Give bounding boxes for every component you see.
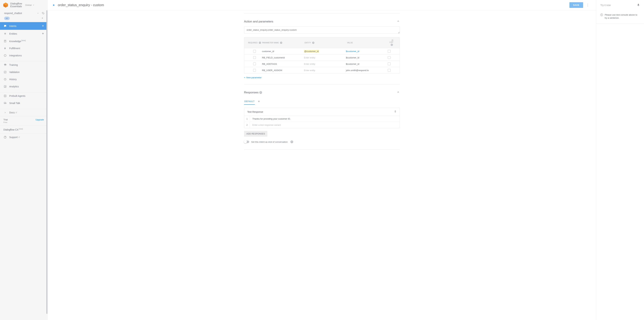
more-menu-button[interactable]: ⋮: [586, 3, 589, 7]
help-icon[interactable]: ?: [290, 140, 293, 143]
required-checkbox[interactable]: [253, 69, 256, 72]
new-parameter-button[interactable]: +New parameter: [244, 76, 400, 79]
param-row[interactable]: RB_FIELD_customerid Enter entity $custom…: [244, 54, 400, 61]
sidebar-item-smalltalk[interactable]: Small Talk: [0, 99, 48, 107]
islist-checkbox[interactable]: [388, 69, 390, 72]
section-action-parameters[interactable]: Action and parameters: [244, 17, 400, 26]
action-name-input[interactable]: [244, 26, 400, 34]
param-name-cell[interactable]: RB_ADDTAGS: [262, 63, 304, 65]
delete-response-button[interactable]: [394, 110, 396, 113]
add-entity-button[interactable]: +: [42, 32, 44, 36]
param-value-cell[interactable]: $customer_id: [346, 63, 388, 65]
tab-default[interactable]: DEFAULT: [244, 98, 255, 105]
param-row[interactable]: RB_USER_ASSIGN Enter entity john.smith@r…: [244, 67, 400, 73]
analytics-icon: [4, 85, 7, 88]
add-responses-button[interactable]: ADD RESPONSES: [244, 131, 268, 137]
section-responses[interactable]: Responses ?: [244, 88, 400, 97]
response-text-placeholder[interactable]: Enter a text response variant: [250, 122, 400, 128]
required-checkbox[interactable]: [253, 63, 256, 65]
global-dropdown[interactable]: Global: [25, 4, 35, 6]
chevron-up-icon[interactable]: [397, 91, 400, 94]
trial-row: Trial Free Upgrade: [0, 116, 48, 125]
row-number: 2: [244, 122, 250, 128]
knowledge-icon: [4, 39, 7, 43]
add-language-button[interactable]: +: [42, 17, 43, 20]
intents-icon: [4, 24, 7, 28]
islist-checkbox[interactable]: [388, 63, 390, 65]
page-title: order_status_enquiry - custom: [58, 3, 570, 7]
upgrade-link[interactable]: Upgrade: [36, 118, 44, 121]
try-it-input[interactable]: Try it now: [600, 4, 637, 7]
add-intent-button[interactable]: +: [42, 24, 44, 28]
required-checkbox[interactable]: [253, 56, 256, 59]
sidebar-item-integrations[interactable]: Integrations: [0, 52, 48, 59]
param-entity-cell[interactable]: Enter entity: [304, 69, 346, 72]
sidebar-item-analytics[interactable]: Analytics: [0, 83, 48, 90]
sidebar: Dialogflow Essentials Global respond_cha…: [0, 0, 48, 320]
training-icon: [4, 63, 7, 67]
end-conversation-toggle[interactable]: [244, 141, 249, 143]
svg-rect-13: [4, 95, 6, 96]
param-name-cell[interactable]: RB_USER_ASSIGN: [262, 69, 304, 72]
microphone-icon[interactable]: [637, 4, 640, 7]
sidebar-item-fulfillment[interactable]: Fulfillment: [0, 45, 48, 52]
param-entity-cell[interactable]: @customer_id: [304, 50, 346, 53]
help-icon[interactable]: ?: [280, 42, 282, 44]
param-entity-cell[interactable]: Enter entity: [304, 56, 346, 59]
text-response-card: Text Response 1 Thanks for providing you…: [244, 108, 400, 128]
help-icon[interactable]: ?: [312, 42, 314, 44]
col-islist: IS LIST?: [390, 39, 397, 46]
language-badge[interactable]: en: [4, 17, 10, 20]
section-title: Responses: [244, 91, 259, 94]
external-link-icon: [16, 112, 17, 113]
support-icon: [4, 135, 7, 139]
save-button[interactable]: SAVE: [570, 2, 583, 8]
sidebar-item-docs[interactable]: Docs: [0, 109, 48, 116]
sidebar-item-support[interactable]: Support: [0, 133, 48, 141]
agent-selector[interactable]: respond_chatbot: [0, 10, 48, 16]
param-row[interactable]: RB_ADDTAGS Enter entity $customer_id: [244, 61, 400, 67]
smalltalk-icon: [4, 101, 7, 105]
sidebar-scrollbar[interactable]: [46, 10, 48, 314]
sidebar-item-validation[interactable]: Validation: [0, 69, 48, 76]
external-link-icon: [18, 136, 20, 138]
chevron-up-icon[interactable]: [397, 20, 400, 23]
response-variant-row[interactable]: 1 Thanks for providing your customer ID.: [244, 116, 400, 122]
param-value-cell[interactable]: john.smith@respond.io: [346, 69, 388, 72]
dialogflow-logo-icon: [3, 2, 8, 8]
help-icon[interactable]: ?: [259, 91, 262, 94]
sidebar-item-training[interactable]: Training: [0, 61, 48, 69]
integrations-icon: [4, 54, 7, 57]
response-text[interactable]: Thanks for providing your customer ID.: [250, 116, 400, 122]
param-value-cell[interactable]: $customer_id: [346, 50, 388, 53]
islist-checkbox[interactable]: [388, 56, 390, 59]
chevron-down-icon[interactable]: [37, 12, 39, 14]
required-checkbox[interactable]: [253, 50, 256, 53]
trial-free: Free: [4, 121, 8, 123]
col-param-name: PARAMETER NAME ?: [262, 42, 305, 44]
param-entity-cell[interactable]: Enter entity: [304, 63, 346, 65]
param-name-cell[interactable]: RB_FIELD_customerid: [262, 56, 304, 59]
help-icon[interactable]: ?: [391, 44, 393, 46]
logo-row: Dialogflow Essentials Global: [0, 0, 48, 10]
sidebar-item-history[interactable]: History: [0, 76, 48, 83]
try-it-panel: Try it now i Please use test console abo…: [596, 0, 644, 320]
sidebar-item-entities[interactable]: Entities +: [0, 30, 48, 38]
dialogflow-cx-link[interactable]: Dialogflow CX[new]: [0, 125, 48, 133]
param-row[interactable]: customer_id @customer_id $customer_id: [244, 48, 400, 54]
sidebar-item-intents[interactable]: Intents +: [0, 22, 48, 30]
gear-icon[interactable]: [42, 12, 45, 15]
svg-point-15: [5, 138, 5, 138]
svg-rect-11: [6, 86, 6, 87]
sidebar-item-knowledge[interactable]: Knowledge[beta]: [0, 38, 48, 45]
islist-checkbox[interactable]: [388, 50, 390, 53]
agent-name: respond_chatbot: [4, 12, 22, 15]
param-value-cell[interactable]: $customer_id: [346, 56, 388, 59]
param-name-cell[interactable]: customer_id: [262, 50, 304, 53]
sidebar-item-prebuilt[interactable]: Prebuilt Agents: [0, 92, 48, 99]
validation-icon: [4, 70, 7, 74]
help-icon[interactable]: ?: [259, 42, 261, 44]
response-variant-row[interactable]: 2 Enter a text response variant: [244, 122, 400, 128]
brand-line1: Dialogflow: [10, 2, 22, 5]
add-response-tab-button[interactable]: +: [258, 100, 260, 103]
